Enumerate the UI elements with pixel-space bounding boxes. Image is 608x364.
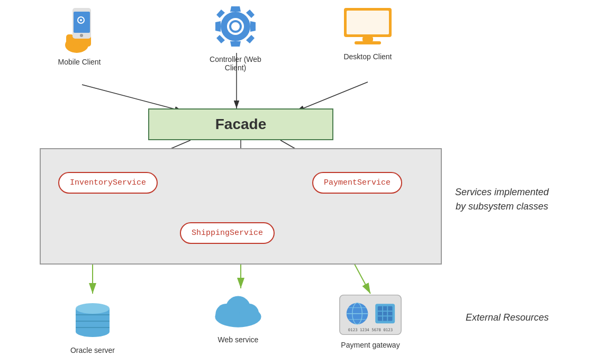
svg-rect-29 — [347, 11, 389, 34]
facade-label: Facade — [215, 116, 267, 133]
controller-icon — [212, 3, 259, 50]
controller-label: Controller (Web Client) — [201, 55, 270, 72]
desktop-client-icon — [341, 5, 394, 48]
oracle-server-icon — [69, 294, 116, 341]
oracle-server-label: Oracle server — [61, 346, 124, 354]
svg-rect-31 — [355, 41, 381, 44]
controller: Controller (Web Client) — [201, 3, 270, 72]
payment-gateway-icon: 0123 1234 5678 0123 — [339, 294, 402, 336]
svg-line-4 — [82, 85, 183, 111]
svg-point-34 — [76, 303, 110, 314]
services-implemented-label: Services implementedby subsystem classes — [455, 185, 549, 214]
oracle-server: Oracle server — [61, 294, 124, 354]
payment-gateway-label: Payment gateway — [333, 341, 407, 349]
svg-point-24 — [80, 19, 82, 21]
desktop-client-label: Desktop Client — [333, 52, 402, 61]
shipping-service: ShippingService — [180, 222, 275, 244]
svg-point-22 — [80, 34, 83, 37]
payment-service: PaymentService — [312, 172, 402, 194]
svg-point-41 — [240, 304, 259, 323]
web-service-label: Web service — [206, 335, 270, 344]
diagram: Mobile Client Controller (Web Client — [0, 0, 608, 364]
mobile-client: Mobile Client — [53, 5, 106, 66]
desktop-client: Desktop Client — [333, 5, 402, 61]
svg-rect-49 — [378, 306, 393, 321]
svg-line-6 — [296, 82, 368, 111]
facade-box: Facade — [148, 108, 333, 140]
mobile-client-icon — [61, 5, 98, 53]
mobile-client-label: Mobile Client — [53, 58, 106, 66]
svg-rect-30 — [362, 37, 373, 41]
inventory-service: InventoryService — [58, 172, 158, 194]
svg-text:0123 1234 5678 0123: 0123 1234 5678 0123 — [348, 327, 393, 332]
subsystem-box — [40, 148, 442, 265]
web-service: Web service — [206, 288, 270, 344]
svg-rect-21 — [74, 12, 90, 33]
payment-gateway: 0123 1234 5678 0123 Payment gateway — [333, 294, 407, 349]
web-service-icon — [212, 288, 265, 331]
external-resources-label: External Resources — [466, 312, 549, 323]
svg-rect-16 — [66, 34, 74, 48]
